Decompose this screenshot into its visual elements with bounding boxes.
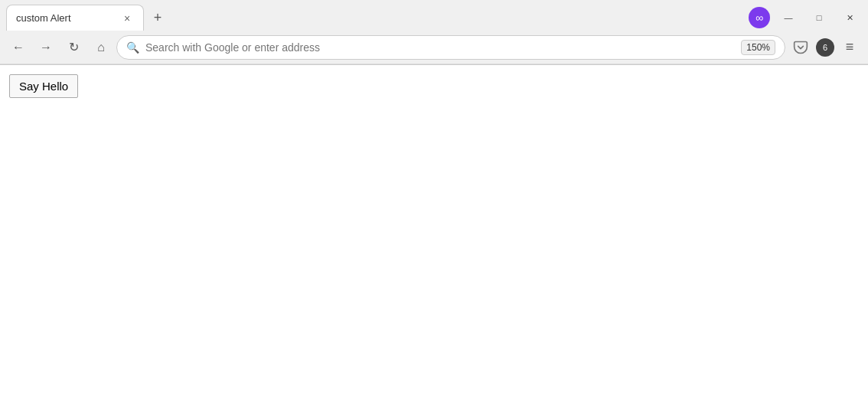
new-tab-button[interactable]: + bbox=[147, 7, 168, 28]
address-bar[interactable]: 🔍 150% bbox=[116, 35, 785, 60]
back-button[interactable]: ← bbox=[6, 35, 31, 60]
notifications-badge[interactable]: 6 bbox=[816, 38, 834, 57]
zoom-level[interactable]: 150% bbox=[741, 40, 775, 55]
active-tab[interactable]: custom Alert × bbox=[6, 5, 144, 31]
browser-chrome: custom Alert × + ∞ — □ ✕ ← → ↻ ⌂ 🔍 150% bbox=[0, 0, 868, 65]
logo-symbol: ∞ bbox=[755, 11, 763, 24]
maximize-button[interactable]: □ bbox=[807, 7, 831, 28]
tab-title: custom Alert bbox=[16, 12, 116, 24]
forward-button[interactable]: → bbox=[34, 35, 58, 60]
minimize-button[interactable]: — bbox=[776, 7, 801, 28]
browser-icons: ∞ — □ ✕ bbox=[749, 7, 862, 28]
tab-close-button[interactable]: × bbox=[120, 11, 134, 25]
address-input[interactable] bbox=[145, 41, 735, 54]
search-icon: 🔍 bbox=[126, 41, 139, 54]
pocket-button[interactable] bbox=[788, 35, 813, 60]
close-button[interactable]: ✕ bbox=[837, 7, 862, 28]
home-button[interactable]: ⌂ bbox=[89, 35, 113, 60]
reload-button[interactable]: ↻ bbox=[61, 35, 86, 60]
menu-button[interactable]: ≡ bbox=[837, 35, 862, 60]
browser-logo: ∞ bbox=[749, 7, 770, 28]
tab-bar: custom Alert × + ∞ — □ ✕ bbox=[0, 0, 868, 31]
navigation-bar: ← → ↻ ⌂ 🔍 150% 6 ≡ bbox=[0, 31, 868, 64]
page-content: Say Hello bbox=[0, 65, 868, 405]
say-hello-button[interactable]: Say Hello bbox=[9, 74, 78, 98]
